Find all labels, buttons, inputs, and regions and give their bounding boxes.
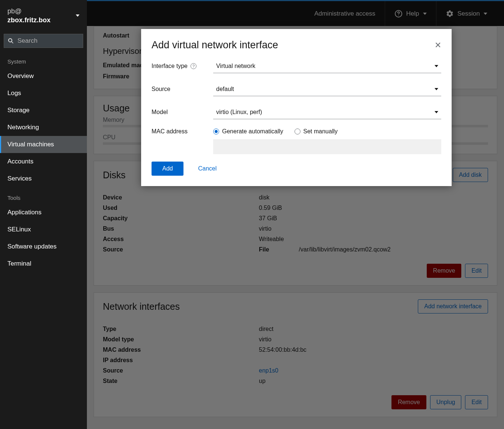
model-value: virtio (Linux, perf) xyxy=(216,109,262,116)
close-button[interactable]: ✕ xyxy=(435,40,441,50)
nav-section-tools: Tools xyxy=(0,187,87,204)
radio-selected-icon xyxy=(213,129,219,134)
sidebar-item-accounts[interactable]: Accounts xyxy=(0,153,87,170)
sidebar-item-software-updates[interactable]: Software updates xyxy=(0,238,87,255)
nav-section-system: System xyxy=(0,51,87,68)
close-icon: ✕ xyxy=(435,40,441,50)
add-button[interactable]: Add xyxy=(152,162,183,176)
sidebar-item-terminal[interactable]: Terminal xyxy=(0,255,87,272)
source-value: default xyxy=(216,86,234,92)
mac-manual-radio[interactable]: Set manually xyxy=(295,128,338,135)
chevron-down-icon xyxy=(76,14,79,17)
sidebar-item-services[interactable]: Services xyxy=(0,170,87,187)
sidebar-item-storage[interactable]: Storage xyxy=(0,102,87,119)
model-select[interactable]: virtio (Linux, perf) xyxy=(213,105,441,119)
mac-auto-radio[interactable]: Generate automatically xyxy=(213,128,283,135)
search-icon xyxy=(8,38,14,44)
help-icon[interactable]: ? xyxy=(191,63,196,69)
chevron-down-icon xyxy=(435,111,438,113)
iface-type-label: Interface type xyxy=(152,63,188,69)
mac-label: MAC address xyxy=(152,128,207,135)
mac-manual-label: Set manually xyxy=(303,128,338,135)
sidebar-item-logs[interactable]: Logs xyxy=(0,85,87,102)
sidebar-item-applications[interactable]: Applications xyxy=(0,204,87,221)
search-input-wrap[interactable] xyxy=(4,34,83,48)
chevron-down-icon xyxy=(435,65,438,67)
host-switcher[interactable]: pb@ zbox.fritz.box xyxy=(0,0,87,31)
sidebar: pb@ zbox.fritz.box System Overview Logs … xyxy=(0,0,87,429)
modal-title: Add virtual network interface xyxy=(152,39,278,51)
host-label: pb@ zbox.fritz.box xyxy=(7,7,51,25)
sidebar-item-virtual-machines[interactable]: Virtual machines xyxy=(0,136,87,153)
search-input[interactable] xyxy=(17,37,79,45)
model-label: Model xyxy=(152,109,207,116)
iface-type-select[interactable]: Virtual network xyxy=(213,59,441,73)
mac-input xyxy=(213,139,441,154)
sidebar-item-overview[interactable]: Overview xyxy=(0,68,87,85)
source-select[interactable]: default xyxy=(213,82,441,96)
iface-type-value: Virtual network xyxy=(216,63,256,69)
add-vnic-modal: Add virtual network interface ✕ Interfac… xyxy=(141,29,452,186)
source-label: Source xyxy=(152,86,207,92)
host-name: zbox.fritz.box xyxy=(7,16,51,25)
radio-unselected-icon xyxy=(295,129,300,134)
sidebar-item-selinux[interactable]: SELinux xyxy=(0,221,87,238)
cancel-button[interactable]: Cancel xyxy=(192,162,223,176)
host-user: pb@ xyxy=(7,7,51,16)
sidebar-item-networking[interactable]: Networking xyxy=(0,119,87,136)
mac-auto-label: Generate automatically xyxy=(222,128,283,135)
chevron-down-icon xyxy=(435,88,438,90)
